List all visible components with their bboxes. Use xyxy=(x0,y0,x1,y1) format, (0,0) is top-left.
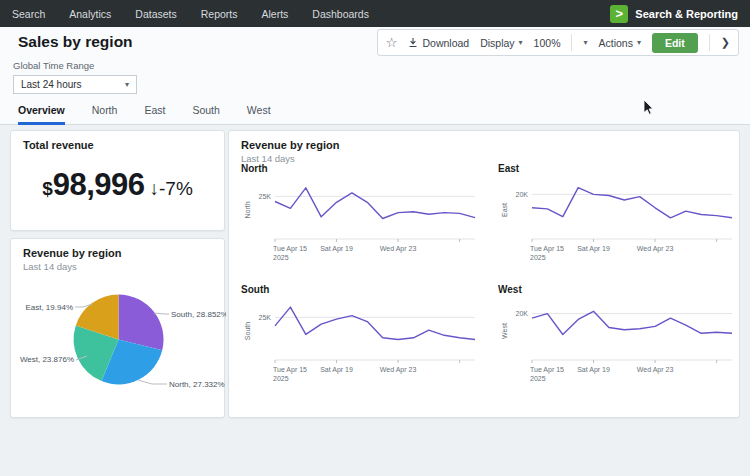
caret-down-icon: ▾ xyxy=(637,38,641,47)
svg-text:South: South xyxy=(244,322,251,340)
svg-text:Sat Apr 19: Sat Apr 19 xyxy=(577,366,610,374)
arrow-down-icon: ↓ xyxy=(150,178,160,199)
app-switcher[interactable]: > Search & Reporting xyxy=(610,5,738,23)
splunk-logo-icon: > xyxy=(610,5,628,23)
time-range-value: Last 24 hours xyxy=(21,79,82,90)
total-revenue-value: $ 98,996 ↓-7% xyxy=(11,167,224,203)
svg-text:Sat Apr 19: Sat Apr 19 xyxy=(320,366,353,374)
actions-menu-button[interactable]: Actions ▾ xyxy=(598,37,640,49)
svg-text:East: East xyxy=(501,203,508,217)
zoom-level[interactable]: 100% xyxy=(534,37,561,49)
download-label: Download xyxy=(422,37,469,49)
north-line-chart: 25KNorthTue Apr 152025Sat Apr 19Wed Apr … xyxy=(241,175,481,265)
edit-button[interactable]: Edit xyxy=(652,33,698,53)
line-chart-west: West 20KWestTue Apr 152025Sat Apr 19Wed … xyxy=(498,284,738,390)
chevron-right-icon[interactable]: ❯ xyxy=(721,36,730,49)
chart-title: North xyxy=(241,163,481,174)
svg-text:Tue Apr 152025: Tue Apr 152025 xyxy=(530,245,564,261)
nav-item-analytics[interactable]: Analytics xyxy=(69,8,111,20)
line-chart-grid: North 25KNorthTue Apr 152025Sat Apr 19We… xyxy=(241,163,738,390)
time-range-select[interactable]: Last 24 hours ▾ xyxy=(13,75,137,94)
dashboard-tabs: Overview North East South West xyxy=(18,104,271,125)
svg-text:Tue Apr 152025: Tue Apr 152025 xyxy=(273,366,307,382)
svg-text:Sat Apr 19: Sat Apr 19 xyxy=(320,245,353,253)
svg-text:Tue Apr 152025: Tue Apr 152025 xyxy=(273,245,307,261)
revenue-delta: ↓-7% xyxy=(150,178,193,200)
currency-symbol: $ xyxy=(42,178,53,200)
svg-text:Wed Apr 23: Wed Apr 23 xyxy=(637,366,674,374)
east-line-chart: 20KEastTue Apr 152025Sat Apr 19Wed Apr 2… xyxy=(498,175,738,265)
svg-text:North: North xyxy=(244,201,251,218)
nav-item-reports[interactable]: Reports xyxy=(201,8,238,20)
zoom-dropdown-button[interactable]: ▾ xyxy=(583,38,587,47)
download-button[interactable]: Download xyxy=(408,37,469,49)
tab-overview[interactable]: Overview xyxy=(18,104,65,125)
svg-text:Wed Apr 23: Wed Apr 23 xyxy=(380,366,417,374)
nav-item-search[interactable]: Search xyxy=(12,8,45,20)
mouse-cursor xyxy=(644,100,656,118)
chart-title: East xyxy=(498,163,738,174)
caret-down-icon: ▾ xyxy=(125,80,129,89)
revenue-by-region-pie-panel: Revenue by region Last 14 days South, 28… xyxy=(10,238,225,418)
delta-percent: -7% xyxy=(159,178,193,199)
revenue-number: 98,996 xyxy=(53,167,145,203)
svg-text:20K: 20K xyxy=(516,191,529,198)
revenue-by-region-lines-panel: Revenue by region Last 14 days North 25K… xyxy=(228,130,740,418)
svg-text:Wed Apr 23: Wed Apr 23 xyxy=(380,245,417,253)
west-line-chart: 20KWestTue Apr 152025Sat Apr 19Wed Apr 2… xyxy=(498,296,738,386)
pie-chart: South, 28.852%North, 27.332%West, 23.876… xyxy=(11,267,226,415)
dashboard-toolbar: ☆ Download Display ▾ 100% ▾ Actions ▾ Ed… xyxy=(377,29,739,56)
svg-text:West: West xyxy=(501,323,508,339)
svg-text:East, 19.94%: East, 19.94% xyxy=(25,303,73,312)
tab-north[interactable]: North xyxy=(92,104,118,125)
svg-text:20K: 20K xyxy=(516,310,529,317)
svg-text:South, 28.852%: South, 28.852% xyxy=(171,310,226,319)
panel-title: Total revenue xyxy=(23,139,212,151)
actions-label: Actions xyxy=(598,37,632,49)
tab-south[interactable]: South xyxy=(192,104,219,125)
time-range-label: Global Time Range xyxy=(13,60,137,71)
page-header: Sales by region ☆ Download Display ▾ 100… xyxy=(0,27,750,125)
svg-text:West, 23.876%: West, 23.876% xyxy=(20,355,74,364)
caret-down-icon: ▾ xyxy=(519,38,523,47)
svg-text:Sat Apr 19: Sat Apr 19 xyxy=(577,245,610,253)
chart-title: South xyxy=(241,284,481,295)
download-icon xyxy=(408,37,418,48)
line-chart-east: East 20KEastTue Apr 152025Sat Apr 19Wed … xyxy=(498,163,738,269)
page-title: Sales by region xyxy=(18,33,133,51)
tab-west[interactable]: West xyxy=(247,104,271,125)
toolbar-divider xyxy=(709,34,710,51)
nav-item-datasets[interactable]: Datasets xyxy=(135,8,176,20)
svg-text:North, 27.332%: North, 27.332% xyxy=(169,380,225,389)
total-revenue-panel: Total revenue $ 98,996 ↓-7% xyxy=(10,130,225,231)
svg-text:25K: 25K xyxy=(259,314,272,321)
line-chart-north: North 25KNorthTue Apr 152025Sat Apr 19We… xyxy=(241,163,481,269)
chart-title: West xyxy=(498,284,738,295)
panel-title: Revenue by region xyxy=(241,139,727,151)
toolbar-divider xyxy=(571,34,572,51)
tab-east[interactable]: East xyxy=(144,104,165,125)
favorite-star-icon[interactable]: ☆ xyxy=(386,35,398,50)
display-label: Display xyxy=(480,37,514,49)
display-menu-button[interactable]: Display ▾ xyxy=(480,37,522,49)
svg-text:25K: 25K xyxy=(259,193,272,200)
south-line-chart: 25KSouthTue Apr 152025Sat Apr 19Wed Apr … xyxy=(241,296,481,386)
top-nav: Search Analytics Datasets Reports Alerts… xyxy=(0,0,750,27)
global-time-range: Global Time Range Last 24 hours ▾ xyxy=(13,60,137,94)
nav-item-alerts[interactable]: Alerts xyxy=(262,8,289,20)
panel-title: Revenue by region xyxy=(23,247,212,259)
line-chart-south: South 25KSouthTue Apr 152025Sat Apr 19We… xyxy=(241,284,481,390)
nav-item-dashboards[interactable]: Dashboards xyxy=(312,8,369,20)
app-name: Search & Reporting xyxy=(635,8,738,20)
svg-text:Wed Apr 23: Wed Apr 23 xyxy=(637,245,674,253)
svg-text:Tue Apr 152025: Tue Apr 152025 xyxy=(530,366,564,382)
